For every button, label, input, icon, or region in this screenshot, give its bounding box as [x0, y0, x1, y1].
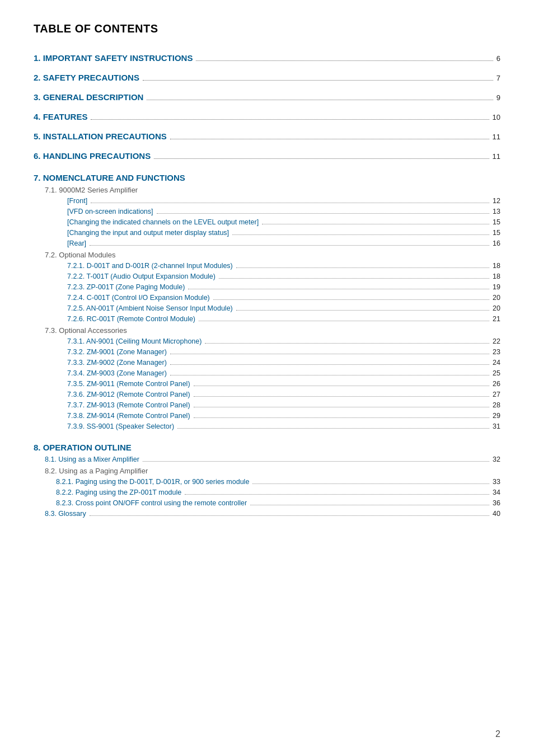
sub71-header: 7.1. 9000M2 Series Amplifier: [45, 186, 500, 194]
entry-label: 7.3.6. ZM-9012 (Remote Control Panel): [67, 391, 190, 398]
list-item: 7.2.6. RC-001T (Remote Control Module)21: [67, 315, 500, 323]
entry-6-label: 6. HANDLING PRECAUTIONS: [34, 151, 151, 161]
list-item: 7.2.5. AN-001T (Ambient Noise Sensor Inp…: [67, 304, 500, 312]
entry-dots: [236, 310, 489, 311]
entry-page: 13: [493, 208, 500, 215]
entry-label: 7.3.9. SS-9001 (Speaker Selector): [67, 422, 174, 430]
toc-section-8: 8. OPERATION OUTLINE 8.1. Using as a Mix…: [34, 443, 500, 518]
entry-dots: [170, 364, 489, 365]
sub81-entry: 8.1. Using as a Mixer Amplifier 32: [45, 456, 500, 463]
entry-page: 15: [493, 218, 500, 226]
entry-page: 36: [493, 499, 500, 507]
list-item: 7.2.3. ZP-001T (Zone Paging Module)19: [67, 283, 500, 291]
entry-page: 31: [493, 422, 500, 430]
entry-dots: [205, 343, 489, 344]
entry-label: 7.2.1. D-001T and D-001R (2-channel Inpu…: [67, 262, 233, 270]
entry-5-dots: [170, 139, 489, 139]
list-item: 7.3.2. ZM-9001 (Zone Manager)23: [67, 348, 500, 356]
entry-dots: [194, 386, 490, 386]
entry-page: 25: [493, 369, 500, 377]
section-8-header: 8. OPERATION OUTLINE: [34, 443, 500, 452]
entry-label: [Changing the input and output meter dis…: [67, 229, 229, 237]
entry-label: [VFD on-screen indications]: [67, 208, 153, 215]
entry-dots: [252, 483, 489, 484]
entry-dots: [199, 321, 489, 321]
list-item: 7.3.9. SS-9001 (Speaker Selector)31: [67, 422, 500, 430]
entry-dots: [170, 354, 489, 354]
list-item: [Changing the indicated channels on the …: [67, 218, 500, 226]
entry-label: [Rear]: [67, 240, 86, 247]
list-item: [VFD on-screen indications]13: [67, 208, 500, 215]
list-item: 7.3.8. ZM-9014 (Remote Control Panel)29: [67, 412, 500, 420]
page-number: 2: [495, 729, 500, 739]
list-item: 7.3.5. ZM-9011 (Remote Control Panel)26: [67, 380, 500, 388]
section-7-header: 7. NOMENCLATURE AND FUNCTIONS: [34, 173, 500, 182]
list-item: 7.2.1. D-001T and D-001R (2-channel Inpu…: [67, 262, 500, 270]
list-item: 7.3.4. ZM-9003 (Zone Manager)25: [67, 369, 500, 377]
entry-dots: [194, 396, 490, 397]
list-item: 7.3.3. ZM-9002 (Zone Manager)24: [67, 359, 500, 367]
sub83-page: 40: [493, 510, 500, 518]
entry-5-page: 11: [493, 133, 500, 141]
entry-page: 18: [493, 262, 500, 270]
toc-entry-5: 5. INSTALLATION PRECAUTIONS 11: [34, 132, 500, 141]
entry-page: 20: [493, 294, 500, 302]
entry-label: 7.3.7. ZM-9013 (Remote Control Panel): [67, 401, 190, 409]
entry-page: 19: [493, 283, 500, 291]
entry-4-page: 10: [493, 113, 500, 121]
entry-page: 28: [493, 401, 500, 409]
page-title: TABLE OF CONTENTS: [34, 22, 500, 35]
entry-label: 7.2.5. AN-001T (Ambient Noise Sensor Inp…: [67, 304, 233, 312]
list-item: 8.2.3. Cross point ON/OFF control using …: [56, 499, 500, 507]
list-item: 8.2.1. Paging using the D-001T, D-001R, …: [56, 478, 500, 486]
entry-dots: [185, 494, 489, 495]
entry-dots: [219, 278, 489, 279]
entry-page: 12: [493, 197, 500, 205]
list-item: [Rear]16: [67, 240, 500, 247]
entry-page: 20: [493, 304, 500, 312]
sub72-items: 7.2.1. D-001T and D-001R (2-channel Inpu…: [34, 262, 500, 323]
entry-dots: [170, 375, 489, 375]
entry-1-dots: [196, 60, 493, 61]
sub81-page: 32: [493, 456, 500, 463]
entry-2-dots: [143, 80, 493, 81]
entry-page: 34: [493, 489, 500, 496]
entry-page: 15: [493, 229, 500, 237]
list-item: 7.3.6. ZM-9012 (Remote Control Panel)27: [67, 391, 500, 398]
sub72-header: 7.2. Optional Modules: [45, 251, 500, 259]
entry-dots: [90, 245, 489, 246]
entry-page: 23: [493, 348, 500, 356]
entry-dots: [213, 299, 489, 300]
entry-6-page: 11: [493, 152, 500, 161]
sub81-label: 8.1. Using as a Mixer Amplifier: [45, 456, 139, 463]
entry-label: 7.3.2. ZM-9001 (Zone Manager): [67, 348, 167, 356]
entry-dots: [177, 428, 489, 429]
entry-label: 7.2.4. C-001T (Control I/O Expansion Mod…: [67, 294, 210, 302]
entry-label: 7.3.4. ZM-9003 (Zone Manager): [67, 369, 167, 377]
sub82-items: 8.2.1. Paging using the D-001T, D-001R, …: [34, 478, 500, 507]
entry-page: 16: [493, 240, 500, 247]
sub73-header: 7.3. Optional Accessories: [45, 326, 500, 335]
list-item: 7.2.2. T-001T (Audio Output Expansion Mo…: [67, 273, 500, 280]
entry-dots: [91, 203, 489, 203]
entry-label: 8.2.1. Paging using the D-001T, D-001R, …: [56, 478, 249, 486]
entry-page: 26: [493, 380, 500, 388]
entry-label: 7.2.2. T-001T (Audio Output Expansion Mo…: [67, 273, 216, 280]
entry-label: [Changing the indicated channels on the …: [67, 218, 259, 226]
entry-5-label: 5. INSTALLATION PRECAUTIONS: [34, 132, 167, 141]
toc-entry-4: 4. FEATURES 10: [34, 112, 500, 121]
sub71-items: [Front]12[VFD on-screen indications]13[C…: [34, 197, 500, 247]
entry-label: 7.3.3. ZM-9002 (Zone Manager): [67, 359, 167, 367]
entry-page: 24: [493, 359, 500, 367]
entry-dots: [236, 267, 489, 268]
sub83-entry: 8.3. Glossary 40: [45, 510, 500, 518]
entry-2-label: 2. SAFETY PRECAUTIONS: [34, 73, 139, 82]
toc-entry-6: 6. HANDLING PRECAUTIONS 11: [34, 151, 500, 161]
entry-2-page: 7: [496, 74, 500, 82]
entry-dots: [194, 407, 490, 407]
entry-page: 33: [493, 478, 500, 486]
list-item: [Front]12: [67, 197, 500, 205]
entry-page: 27: [493, 391, 500, 398]
entry-label: [Front]: [67, 197, 87, 205]
list-item: [Changing the input and output meter dis…: [67, 229, 500, 237]
